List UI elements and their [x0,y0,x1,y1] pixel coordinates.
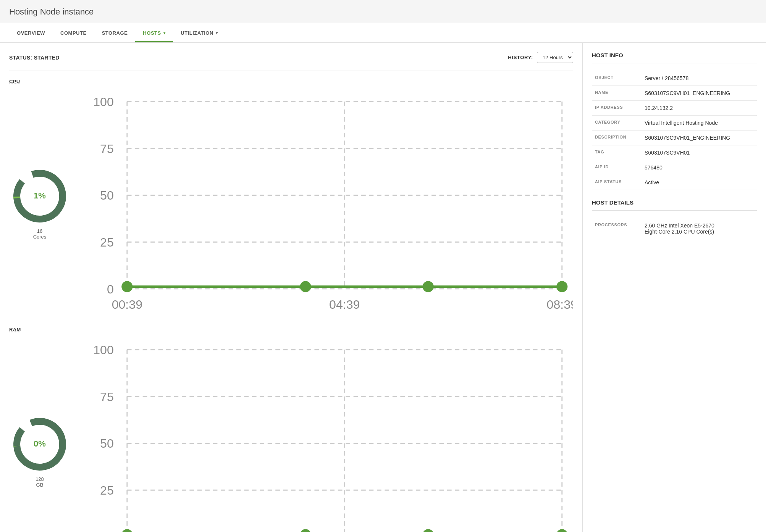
cpu-title: CPU [9,79,573,84]
svg-text:25: 25 [100,484,114,497]
tab-compute[interactable]: COMPUTE [53,23,94,42]
history-label: HISTORY: [508,55,533,60]
ram-sub: 128 GB [36,476,44,488]
ram-title: RAM [9,327,573,332]
info-value: Active [642,175,757,190]
host-details-divider [592,210,757,211]
chevron-down-icon: ▾ [216,31,218,35]
ram-percent: 0% [34,438,46,448]
cpu-section: CPU 1% [9,79,573,314]
ram-metric-row: 0% 128 GB [9,339,573,532]
cpu-percent: 1% [34,190,46,200]
info-value: Server / 28456578 [642,71,757,86]
info-key: CATEGORY [592,116,642,131]
tab-overview[interactable]: OVERVIEW [9,23,53,42]
info-key: NAME [592,86,642,101]
host-details-title: HOST DETAILS [592,199,757,206]
svg-point-20 [423,281,434,292]
divider [9,71,573,71]
svg-point-41 [300,529,311,532]
cpu-chart: 100 75 50 25 0 00:39 04:39 08:39 [82,90,573,314]
svg-point-42 [423,529,434,532]
details-value: 2.60 GHz Intel Xeon E5-2670 Eight-Core 2… [642,218,757,239]
host-info-row: OBJECT Server / 28456578 [592,71,757,86]
host-info-title: HOST INFO [592,52,757,58]
info-value: 10.24.132.2 [642,101,757,116]
info-value: 576480 [642,160,757,175]
svg-text:04:39: 04:39 [329,298,360,311]
ram-donut: 0% [9,414,70,475]
history-row: HISTORY: 12 Hours 1 Hour 6 Hours 1 Day 1… [508,52,573,63]
info-key: AIP STATUS [592,175,642,190]
svg-text:0: 0 [107,282,114,296]
svg-text:08:39: 08:39 [547,298,573,311]
history-select[interactable]: 12 Hours 1 Hour 6 Hours 1 Day 1 Week [537,52,573,63]
details-key: PROCESSORS [592,218,642,239]
ram-section: RAM 0% 128 GB [9,327,573,532]
tab-utilization[interactable]: UTILIZATION ▾ [173,23,225,42]
info-key: IP ADDRESS [592,101,642,116]
tab-hosts[interactable]: HOSTS ▾ [135,23,173,42]
svg-text:75: 75 [100,142,114,156]
svg-point-43 [556,529,567,532]
host-info-row: AIP STATUS Active [592,175,757,190]
svg-text:100: 100 [93,95,114,109]
info-value: S603107SC9VH01_ENGINEERING [642,131,757,145]
status-row: STATUS: STARTED HISTORY: 12 Hours 1 Hour… [9,52,573,63]
page-title: Hosting Node instance [9,7,757,17]
svg-point-18 [121,281,133,292]
info-key: DESCRIPTION [592,131,642,145]
page-header: Hosting Node instance [0,0,766,23]
host-info-row: DESCRIPTION S603107SC9VH01_ENGINEERING [592,131,757,145]
svg-text:25: 25 [100,235,114,249]
info-value: Virtual Intelligent Hosting Node [642,116,757,131]
host-info-row: IP ADDRESS 10.24.132.2 [592,101,757,116]
cpu-sub: 16 Cores [33,228,47,240]
info-value: S603107SC9VH01_ENGINEERING [642,86,757,101]
svg-text:100: 100 [93,343,114,357]
cpu-donut: 1% [9,166,70,227]
svg-point-21 [556,281,567,292]
svg-point-19 [300,281,311,292]
info-value: S603107SC9VH01 [642,145,757,160]
right-panel: HOST INFO OBJECT Server / 28456578 NAME … [583,43,766,532]
cpu-center: 1% [34,190,46,200]
chevron-down-icon: ▾ [163,31,166,35]
main-content: STATUS: STARTED HISTORY: 12 Hours 1 Hour… [0,43,766,532]
host-info-row: NAME S603107SC9VH01_ENGINEERING [592,86,757,101]
cpu-chart-svg: 100 75 50 25 0 00:39 04:39 08:39 [82,90,573,313]
svg-text:75: 75 [100,390,114,404]
svg-text:00:39: 00:39 [112,298,142,311]
host-details-row: PROCESSORS 2.60 GHz Intel Xeon E5-2670 E… [592,218,757,239]
host-info-table: OBJECT Server / 28456578 NAME S603107SC9… [592,71,757,190]
svg-text:50: 50 [100,437,114,450]
host-info-row: AIP ID 576480 [592,160,757,175]
host-info-row: TAG S603107SC9VH01 [592,145,757,160]
svg-text:50: 50 [100,189,114,202]
status-label: STATUS: STARTED [9,55,60,61]
svg-text:0: 0 [107,530,114,532]
host-info-row: CATEGORY Virtual Intelligent Hosting Nod… [592,116,757,131]
cpu-metric-row: 1% 16 Cores [9,90,573,314]
ram-chart-svg: 100 75 50 25 0 00:39 04:39 08:39 [82,339,573,532]
nav-tabs: OVERVIEW COMPUTE STORAGE HOSTS ▾ UTILIZA… [0,23,766,43]
info-key: OBJECT [592,71,642,86]
svg-point-40 [121,529,133,532]
ram-chart: 100 75 50 25 0 00:39 04:39 08:39 [82,339,573,532]
host-details-table: PROCESSORS 2.60 GHz Intel Xeon E5-2670 E… [592,218,757,239]
info-key: TAG [592,145,642,160]
host-info-divider [592,63,757,63]
tab-storage[interactable]: STORAGE [94,23,136,42]
left-panel: STATUS: STARTED HISTORY: 12 Hours 1 Hour… [0,43,583,532]
ram-center: 0% [34,438,46,448]
info-key: AIP ID [592,160,642,175]
